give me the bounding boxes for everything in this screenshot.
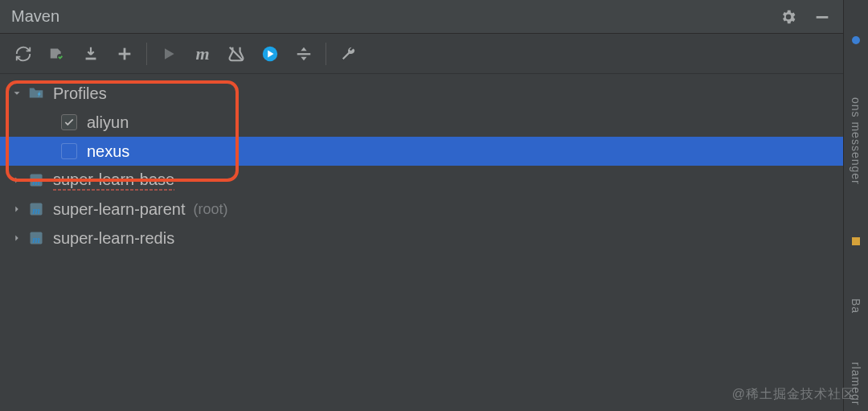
title-label: Maven bbox=[11, 7, 59, 26]
collapse-all-icon[interactable] bbox=[287, 37, 321, 71]
download-icon[interactable] bbox=[74, 37, 108, 71]
svg-rect-6 bbox=[297, 53, 311, 55]
svg-text:m: m bbox=[32, 176, 40, 187]
node-label: Profiles bbox=[53, 84, 107, 103]
settings-wrench-icon[interactable] bbox=[331, 37, 365, 71]
right-tab-indicator[interactable] bbox=[851, 233, 861, 250]
svg-point-13 bbox=[852, 36, 860, 44]
maven-module-icon: m bbox=[27, 229, 45, 247]
svg-text:m: m bbox=[32, 234, 40, 245]
root-tag: (root) bbox=[194, 201, 228, 218]
svg-rect-4 bbox=[119, 52, 131, 55]
project-tree: Profiles aliyun nexus m super-learn-base… bbox=[0, 74, 843, 411]
svg-rect-0 bbox=[817, 16, 829, 18]
node-label: nexus bbox=[87, 142, 129, 161]
module-super-learn-parent[interactable]: m super-learn-parent (root) bbox=[0, 195, 843, 224]
folder-icon bbox=[27, 84, 45, 102]
svg-text:m: m bbox=[32, 205, 40, 216]
minimize-icon[interactable] bbox=[813, 7, 832, 27]
node-label: super-learn-parent bbox=[53, 200, 186, 219]
toolbar-separator bbox=[146, 43, 147, 65]
profile-nexus[interactable]: nexus bbox=[0, 137, 843, 166]
profile-aliyun[interactable]: aliyun bbox=[0, 108, 843, 137]
checkbox-unchecked[interactable] bbox=[61, 143, 77, 159]
right-tab-strip: ons messenger Ba rlamegr bbox=[844, 0, 868, 411]
chevron-right-icon[interactable] bbox=[8, 229, 26, 247]
node-label: super-learn-base bbox=[53, 171, 174, 191]
watermark: @稀土掘金技术社区 bbox=[732, 386, 855, 403]
right-tab-indicator[interactable] bbox=[851, 32, 861, 49]
titlebar: Maven bbox=[0, 0, 843, 34]
chevron-right-icon[interactable] bbox=[8, 171, 26, 189]
right-tab-label[interactable]: Ba bbox=[850, 298, 862, 314]
chevron-down-icon[interactable] bbox=[8, 84, 26, 102]
reimport-icon[interactable] bbox=[6, 37, 40, 71]
right-tab-label[interactable]: ons messenger bbox=[850, 97, 862, 185]
module-super-learn-redis[interactable]: m super-learn-redis bbox=[0, 224, 843, 253]
node-label: super-learn-redis bbox=[53, 229, 174, 248]
offline-mode-icon[interactable] bbox=[253, 37, 287, 71]
module-super-learn-base[interactable]: m super-learn-base bbox=[0, 166, 843, 195]
toolbar-separator bbox=[326, 43, 326, 65]
maven-module-icon: m bbox=[27, 200, 45, 218]
maven-module-icon: m bbox=[27, 171, 45, 189]
run-icon[interactable] bbox=[152, 37, 186, 71]
toggle-skip-tests-icon[interactable] bbox=[219, 37, 253, 71]
toolbar: m bbox=[0, 34, 843, 74]
generate-sources-icon[interactable] bbox=[40, 37, 74, 71]
svg-rect-2 bbox=[86, 57, 96, 60]
svg-rect-14 bbox=[852, 237, 860, 245]
profiles-node[interactable]: Profiles bbox=[0, 79, 843, 108]
checkbox-checked[interactable] bbox=[61, 114, 77, 130]
maven-goal-icon[interactable]: m bbox=[186, 37, 219, 71]
gear-icon[interactable] bbox=[779, 7, 798, 27]
maven-tool-window: Maven m Profiles aliyun bbox=[0, 0, 844, 411]
chevron-right-icon[interactable] bbox=[8, 200, 26, 218]
add-icon[interactable] bbox=[108, 37, 141, 71]
node-label: aliyun bbox=[87, 113, 129, 132]
